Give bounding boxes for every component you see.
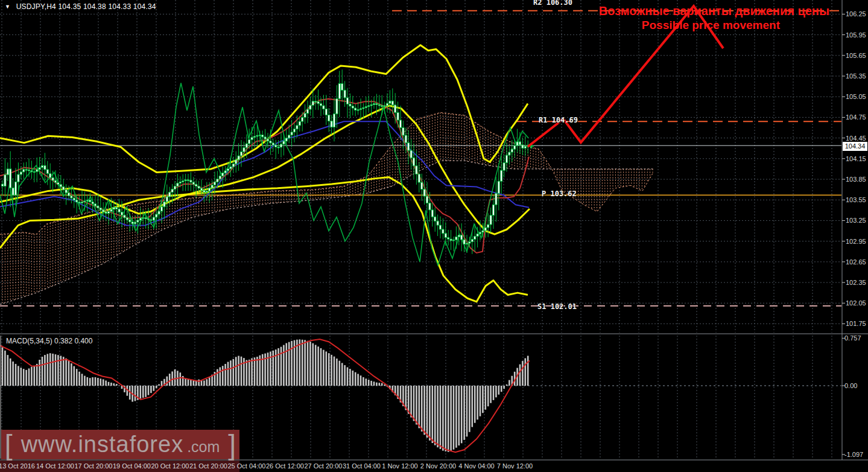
price-tick-label: 105.65 [846, 52, 866, 59]
current-price-badge: 104.34 [843, 142, 867, 151]
price-tick-label: 101.75 [846, 320, 866, 327]
time-axis-label: 19 Oct 04:00 [113, 462, 151, 470]
time-axis-label: 17 Oct 20:00 [75, 462, 113, 470]
price-tick-label: 102.05 [846, 299, 866, 307]
price-tick-label: 105.05 [846, 93, 866, 100]
macd-value: 0.382 [54, 337, 72, 345]
time-axis-label: 14 Oct 12:00 [36, 462, 74, 470]
chart-canvas[interactable] [0, 0, 868, 472]
time-axis-label: 26 Oct 12:00 [266, 462, 304, 470]
price-tick-label: 102.65 [846, 258, 866, 266]
price-tick-label: 104.75 [846, 113, 866, 121]
annotation-text-ru: Возможные варианты движения цены [599, 4, 829, 18]
time-axis-label: 7 Nov 12:00 [497, 462, 533, 470]
price-tick-label: 104.15 [846, 155, 866, 162]
pivot-label-r1: R1 104.69 [539, 116, 578, 124]
price-tick-label: 103.25 [846, 217, 866, 224]
time-axis-label: 13 Oct 2016 [0, 462, 35, 470]
time-axis-label: 1 Nov 12:00 [382, 462, 417, 470]
watermark-open-bracket: [ [5, 433, 13, 457]
price-tick-label: 104.45 [846, 135, 866, 142]
symbol-name: USDJPY,H4 [16, 2, 56, 11]
instaforex-watermark: [ www.instaforex .com ] [1, 430, 239, 459]
ohlc-close: 104.34 [133, 2, 156, 11]
price-tick-label: 103.55 [846, 196, 866, 203]
macd-name: MACD(5,34,5) [6, 337, 52, 345]
macd-tick-label: 0.757 [844, 334, 861, 342]
pivot-label-p: P 103.62 [542, 190, 577, 198]
symbol-title-bar: ▼ USDJPY,H4 104.35 104.38 104.33 104.34 [5, 2, 156, 11]
macd-signal-value: 0.400 [74, 337, 92, 345]
price-tick-label: 106.25 [846, 10, 866, 18]
macd-tick-label: 0.00 [844, 382, 857, 389]
time-axis-label: 4 Nov 04:00 [458, 462, 494, 470]
watermark-tld: .com [187, 438, 220, 459]
time-axis-label: 2 Nov 20:00 [420, 462, 456, 470]
grid-layer [0, 0, 841, 459]
time-axis-label: 25 Oct 04:00 [228, 462, 266, 470]
pivot-label-s1: S1 102.01 [537, 302, 577, 311]
ohlc-high: 104.38 [83, 2, 106, 11]
ohlc-low: 104.33 [108, 2, 131, 11]
indicator-lines [0, 45, 530, 302]
time-axis-label: 27 Oct 20:00 [305, 462, 343, 470]
chevron-down-icon[interactable]: ▼ [5, 4, 10, 10]
watermark-domain: www.instaforex [21, 432, 184, 458]
time-axis-label: 31 Oct 04:00 [343, 462, 381, 470]
price-tick-label: 103.85 [846, 176, 866, 183]
price-tick-label: 102.35 [846, 279, 866, 286]
pivot-label-r2: R2 106.30 [533, 0, 572, 7]
annotation-text-en: Possible price movement [642, 19, 780, 32]
trading-terminal-chart-window: [ www.instaforex .com ] ▼ USDJPY,H4 104.… [0, 0, 868, 472]
macd-tick-label: -1.097 [844, 451, 863, 458]
price-tick-label: 102.95 [846, 238, 866, 245]
price-tick-label: 105.35 [846, 72, 866, 80]
time-axis-label: 21 Oct 20:00 [189, 462, 227, 470]
time-axis-label: 20 Oct 12:00 [151, 462, 189, 470]
candles [1, 69, 534, 254]
macd-indicator-label: MACD(5,34,5) 0.382 0.400 [6, 337, 92, 345]
price-tick-label: 105.95 [846, 31, 866, 39]
ohlc-open: 104.35 [58, 2, 81, 11]
watermark-close-bracket: ] [228, 433, 236, 457]
